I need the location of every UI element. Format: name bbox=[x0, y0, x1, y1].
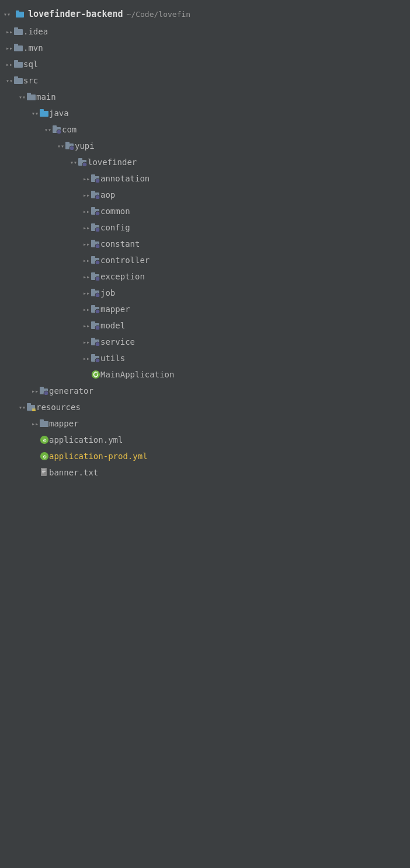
chevron-common[interactable]: ▸ bbox=[82, 206, 91, 216]
folder-icon-mapper bbox=[91, 304, 100, 314]
svg-rect-9 bbox=[14, 76, 18, 79]
label-job: job bbox=[100, 288, 115, 298]
tree-item-main[interactable]: ▾ main bbox=[0, 89, 410, 105]
tree-item-mapper2[interactable]: ▸ mapper bbox=[0, 415, 410, 432]
chevron-lovefinder[interactable]: ▾ bbox=[69, 158, 78, 167]
tree-item-sql[interactable]: ▸ sql bbox=[0, 56, 410, 72]
chevron-main-application bbox=[82, 370, 91, 379]
label-resources: resources bbox=[36, 402, 81, 412]
chevron-generator[interactable]: ▸ bbox=[30, 386, 40, 396]
tree-item-aop[interactable]: ▸ aop bbox=[0, 187, 410, 203]
chevron-model[interactable]: ▸ bbox=[82, 321, 91, 330]
tree-item-constant[interactable]: ▸ constant bbox=[0, 236, 410, 252]
tree-item-utils[interactable]: ▸ utils bbox=[0, 350, 410, 366]
label-common: common bbox=[100, 206, 130, 216]
svg-point-16 bbox=[57, 130, 61, 134]
svg-rect-5 bbox=[14, 44, 18, 46]
chevron-utils[interactable]: ▸ bbox=[82, 354, 91, 363]
tree-item-application-prod-yml[interactable]: ⚙ application-prod.yml bbox=[0, 448, 410, 464]
tree-item-common[interactable]: ▸ common bbox=[0, 203, 410, 219]
svg-rect-77 bbox=[42, 471, 46, 472]
tree-item-main-application[interactable]: MainApplication bbox=[0, 366, 410, 383]
svg-rect-21 bbox=[78, 158, 82, 160]
svg-rect-78 bbox=[42, 473, 44, 473]
tree-item-application-yml[interactable]: ⚙ application.yml bbox=[0, 432, 410, 448]
label-main: main bbox=[36, 92, 56, 102]
svg-rect-3 bbox=[14, 27, 18, 30]
label-annotation: annotation bbox=[100, 174, 150, 183]
tree-item-mapper[interactable]: ▸ mapper bbox=[0, 301, 410, 317]
svg-rect-39 bbox=[91, 256, 95, 258]
label-constant: constant bbox=[100, 239, 140, 249]
label-generator: generator bbox=[49, 386, 93, 396]
chevron-sql[interactable]: ▸ bbox=[5, 60, 14, 69]
svg-rect-62 bbox=[40, 387, 44, 389]
chevron-com[interactable]: ▾ bbox=[43, 125, 53, 134]
chevron-mapper[interactable]: ▸ bbox=[82, 304, 91, 314]
tree-item-src[interactable]: ▾ src bbox=[0, 72, 410, 89]
tree-item-annotation[interactable]: ▸ annotation bbox=[0, 170, 410, 187]
tree-item-lovefinder[interactable]: ▾ lovefinder bbox=[0, 154, 410, 170]
tree-item-resources[interactable]: ▾ resources bbox=[0, 399, 410, 415]
tree-item-idea[interactable]: ▸ .idea bbox=[0, 23, 410, 40]
folder-icon-mvn bbox=[14, 43, 23, 52]
chevron-mapper2[interactable]: ▸ bbox=[30, 419, 40, 428]
tree-item-service[interactable]: ▸ service bbox=[0, 334, 410, 350]
chevron-java[interactable]: ▾ bbox=[30, 108, 40, 118]
chevron-resources[interactable]: ▾ bbox=[18, 402, 27, 412]
folder-icon-service bbox=[91, 337, 100, 346]
folder-icon-lovefinder bbox=[78, 158, 88, 167]
chevron-service[interactable]: ▸ bbox=[82, 337, 91, 346]
svg-rect-67 bbox=[32, 409, 36, 410]
chevron-mvn[interactable]: ▸ bbox=[5, 43, 14, 52]
tree-item-config[interactable]: ▸ config bbox=[0, 219, 410, 236]
folder-icon-utils bbox=[91, 354, 100, 363]
tree-item-exception[interactable]: ▸ exception bbox=[0, 268, 410, 285]
chevron-job[interactable]: ▸ bbox=[82, 288, 91, 298]
chevron-main[interactable]: ▾ bbox=[18, 92, 27, 102]
folder-icon-config bbox=[91, 223, 100, 232]
chevron-exception[interactable]: ▸ bbox=[82, 272, 91, 281]
label-lovefinder: lovefinder bbox=[88, 158, 137, 167]
chevron-yupi[interactable]: ▾ bbox=[56, 141, 65, 150]
svg-text:⚙: ⚙ bbox=[43, 454, 47, 460]
folder-icon-job bbox=[91, 288, 100, 298]
tree-item-model[interactable]: ▸ model bbox=[0, 317, 410, 334]
label-mapper: mapper bbox=[100, 304, 130, 314]
tree-item-java[interactable]: ▾ java bbox=[0, 105, 410, 121]
label-config: config bbox=[100, 223, 130, 232]
chevron-idea[interactable]: ▸ bbox=[5, 27, 14, 36]
svg-rect-11 bbox=[27, 93, 31, 95]
label-controller: controller bbox=[100, 256, 150, 265]
label-com: com bbox=[62, 125, 77, 134]
chevron-config[interactable]: ▸ bbox=[82, 223, 91, 232]
tree-item-job[interactable]: ▸ job bbox=[0, 285, 410, 301]
root-header[interactable]: ▾ lovefinder-backend ~/Code/lovefin bbox=[0, 5, 410, 23]
tree-item-controller[interactable]: ▸ controller bbox=[0, 252, 410, 268]
chevron-controller[interactable]: ▸ bbox=[82, 256, 91, 265]
tree-item-mvn[interactable]: ▸ .mvn bbox=[0, 40, 410, 56]
folder-icon-aop bbox=[91, 190, 100, 200]
svg-rect-54 bbox=[91, 338, 95, 340]
svg-point-22 bbox=[82, 162, 87, 166]
folder-icon-com bbox=[53, 125, 62, 134]
tree-item-com[interactable]: ▾ com bbox=[0, 121, 410, 138]
chevron-constant[interactable]: ▸ bbox=[82, 239, 91, 249]
svg-rect-15 bbox=[53, 125, 57, 128]
label-banner-txt: banner.txt bbox=[49, 468, 98, 477]
chevron-src[interactable]: ▾ bbox=[5, 76, 14, 85]
svg-text:⚙: ⚙ bbox=[43, 438, 47, 443]
tree-item-yupi[interactable]: ▾ yupi bbox=[0, 138, 410, 154]
svg-rect-0 bbox=[16, 12, 24, 18]
chevron-aop[interactable]: ▸ bbox=[82, 190, 91, 200]
svg-point-55 bbox=[95, 342, 100, 346]
svg-point-52 bbox=[95, 326, 100, 330]
svg-rect-66 bbox=[32, 408, 36, 408]
root-chevron[interactable]: ▾ bbox=[2, 9, 12, 19]
folder-icon-main bbox=[27, 92, 36, 102]
tree-item-banner-txt[interactable]: banner.txt bbox=[0, 464, 410, 481]
chevron-application-prod-yml bbox=[30, 452, 40, 461]
tree-item-generator[interactable]: ▸ generator bbox=[0, 383, 410, 399]
chevron-annotation[interactable]: ▸ bbox=[82, 174, 91, 183]
svg-rect-70 bbox=[40, 419, 44, 422]
